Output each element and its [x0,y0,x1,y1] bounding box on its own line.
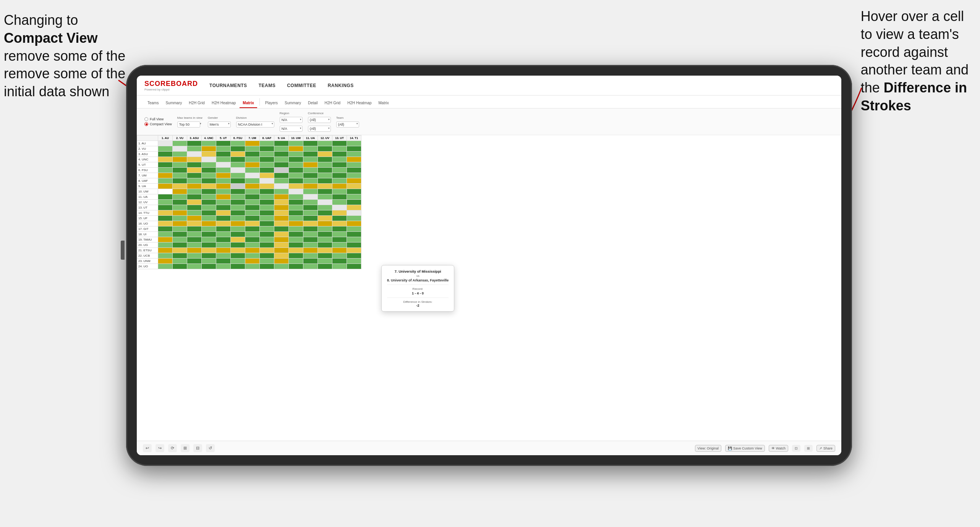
matrix-cell[interactable] [289,242,303,248]
matrix-cell[interactable] [347,248,361,253]
matrix-cell[interactable] [231,189,245,194]
matrix-cell[interactable] [347,259,361,264]
matrix-cell[interactable] [303,264,318,269]
gender-select[interactable]: Men's [208,121,231,128]
matrix-cell[interactable] [158,168,173,173]
matrix-cell[interactable] [318,232,332,237]
matrix-cell[interactable] [216,264,231,269]
matrix-cell[interactable] [289,226,303,232]
matrix-cell[interactable] [187,162,202,168]
matrix-cell[interactable] [303,168,318,173]
matrix-cell[interactable] [202,226,216,232]
matrix-cell[interactable] [303,232,318,237]
matrix-cell[interactable] [274,248,289,253]
matrix-cell[interactable] [245,146,260,152]
matrix-cell[interactable] [245,168,260,173]
matrix-cell[interactable] [202,264,216,269]
matrix-cell[interactable] [245,248,260,253]
matrix-cell[interactable] [318,226,332,232]
matrix-cell[interactable] [216,216,231,221]
matrix-cell[interactable] [332,178,347,184]
matrix-cell[interactable] [158,210,173,216]
matrix-cell[interactable] [202,141,216,146]
matrix-cell[interactable] [158,237,173,242]
matrix-cell[interactable] [216,152,231,157]
matrix-cell[interactable] [318,189,332,194]
matrix-cell[interactable] [245,178,260,184]
matrix-cell[interactable] [187,210,202,216]
region-select2[interactable]: N/A [280,126,303,132]
matrix-cell[interactable] [289,205,303,210]
matrix-cell[interactable] [173,253,187,259]
matrix-cell[interactable] [289,141,303,146]
matrix-cell[interactable] [260,178,274,184]
matrix-cell[interactable] [158,221,173,226]
tab-matrix1[interactable]: Matrix [240,99,257,108]
compact-view-option[interactable]: Compact View [144,122,172,126]
matrix-cell[interactable] [303,146,318,152]
matrix-cell[interactable] [274,184,289,189]
matrix-cell[interactable] [318,221,332,226]
matrix-cell[interactable] [245,237,260,242]
matrix-cell[interactable] [202,194,216,200]
matrix-cell[interactable] [158,178,173,184]
matrix-cell[interactable] [216,162,231,168]
matrix-cell[interactable] [289,184,303,189]
matrix-cell[interactable] [216,248,231,253]
matrix-cell[interactable] [332,221,347,226]
matrix-cell[interactable] [347,221,361,226]
matrix-cell[interactable] [318,259,332,264]
matrix-cell[interactable] [245,259,260,264]
matrix-content[interactable]: 1. AU 2. VU 3. ASU 4. UNC 5. UT 6. FSU 7… [137,135,841,441]
nav-tournaments[interactable]: TOURNAMENTS [209,81,247,90]
matrix-cell[interactable] [274,173,289,178]
matrix-cell[interactable] [158,152,173,157]
matrix-cell[interactable] [158,242,173,248]
matrix-cell[interactable] [289,152,303,157]
matrix-cell[interactable] [158,226,173,232]
matrix-cell[interactable] [231,152,245,157]
matrix-cell[interactable] [173,237,187,242]
matrix-cell[interactable] [231,162,245,168]
matrix-cell[interactable] [202,216,216,221]
matrix-cell[interactable] [187,221,202,226]
matrix-cell[interactable] [289,216,303,221]
matrix-cell[interactable] [303,200,318,205]
matrix-cell[interactable] [158,248,173,253]
nav-committee[interactable]: COMMITTEE [287,81,316,90]
matrix-cell[interactable] [202,248,216,253]
matrix-cell[interactable] [231,237,245,242]
matrix-cell[interactable] [347,232,361,237]
matrix-cell[interactable] [260,248,274,253]
matrix-cell[interactable] [173,226,187,232]
matrix-cell[interactable] [202,253,216,259]
matrix-cell[interactable] [245,232,260,237]
matrix-cell[interactable] [347,205,361,210]
matrix-cell[interactable] [289,248,303,253]
matrix-cell[interactable] [202,157,216,162]
matrix-cell[interactable] [260,194,274,200]
matrix-cell[interactable] [260,184,274,189]
matrix-cell[interactable] [303,162,318,168]
matrix-cell[interactable] [158,173,173,178]
tab-h2h-heatmap2[interactable]: H2H Heatmap [344,99,374,108]
matrix-cell[interactable] [303,221,318,226]
matrix-cell[interactable] [187,194,202,200]
matrix-cell[interactable] [289,189,303,194]
matrix-cell[interactable] [173,189,187,194]
matrix-cell[interactable] [332,259,347,264]
matrix-cell[interactable] [260,221,274,226]
matrix-cell[interactable] [347,184,361,189]
matrix-cell[interactable] [303,216,318,221]
matrix-cell[interactable] [231,168,245,173]
matrix-cell[interactable] [173,248,187,253]
matrix-cell[interactable] [216,253,231,259]
matrix-cell[interactable] [274,194,289,200]
matrix-cell[interactable] [260,205,274,210]
matrix-cell[interactable] [158,162,173,168]
matrix-cell[interactable] [173,146,187,152]
matrix-cell[interactable] [318,157,332,162]
matrix-cell[interactable] [158,232,173,237]
matrix-cell[interactable] [274,216,289,221]
matrix-cell[interactable] [173,173,187,178]
